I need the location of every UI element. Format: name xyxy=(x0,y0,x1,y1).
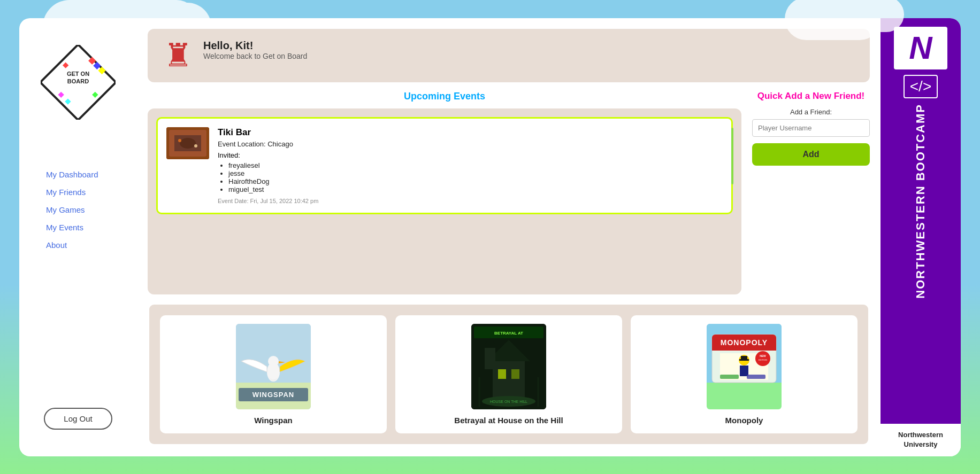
nav-links: My Dashboard My Friends My Games My Even… xyxy=(46,170,98,250)
nu-footer: Northwestern University xyxy=(881,424,961,456)
game-name-betrayal: Betrayal at House on the Hill xyxy=(454,416,563,425)
event-name: Tiki Bar xyxy=(218,127,318,138)
svg-text:GET ON: GET ON xyxy=(67,71,89,77)
app-logo: GET ON BOARD xyxy=(41,45,116,120)
wingspan-image: WINGSPAN xyxy=(236,324,311,409)
event-image xyxy=(166,127,209,159)
svg-text:HOUSE ON THE HILL: HOUSE ON THE HILL xyxy=(490,400,527,403)
list-item: freyaliesel xyxy=(228,161,318,169)
svg-rect-51 xyxy=(747,375,765,379)
chess-rook-icon: ♜ xyxy=(164,40,193,72)
game-card-wingspan: WINGSPAN Wingspan xyxy=(160,315,387,433)
quick-add-section: Quick Add a New Friend! Add a Friend: Ad… xyxy=(752,91,870,294)
svg-text:EDITION: EDITION xyxy=(759,359,767,361)
event-date: Event Date: Fri, Jul 15, 2022 10:42 pm xyxy=(218,198,318,204)
svg-point-15 xyxy=(194,144,197,147)
welcome-greeting: Hello, Kit! xyxy=(203,40,307,52)
events-scroll[interactable]: Tiki Bar Event Location: Chicago Invited… xyxy=(148,108,741,294)
game-card-betrayal: BETRAYAL AT HOUSE ON THE HILL Betrayal a… xyxy=(395,315,622,433)
code-icon: </> xyxy=(904,75,938,98)
games-section: WINGSPAN Wingspan xyxy=(148,303,870,446)
monopoly-image: MONOPOLY NEW EDITION xyxy=(707,324,782,409)
svg-rect-46 xyxy=(739,359,749,361)
scroll-indicator xyxy=(731,128,733,184)
invited-list: freyaliesel jesse HairoftheDog miguel_te… xyxy=(218,161,318,193)
add-friend-label: Add a Friend: xyxy=(790,108,832,116)
nu-letter: N xyxy=(909,29,932,66)
game-card-monopoly: MONOPOLY NEW EDITION xyxy=(631,315,858,433)
nav-my-dashboard[interactable]: My Dashboard xyxy=(46,170,98,179)
nav-about[interactable]: About xyxy=(46,240,98,250)
events-section: Upcoming Events xyxy=(148,91,741,294)
game-name-wingspan: Wingspan xyxy=(254,416,293,425)
svg-rect-28 xyxy=(511,369,519,379)
nav-my-games[interactable]: My Games xyxy=(46,205,98,214)
nu-ad-content[interactable]: N </> NORTHWESTERN BOOTCAMP xyxy=(881,18,961,424)
logout-button[interactable]: Log Out xyxy=(44,408,112,430)
svg-point-14 xyxy=(178,139,181,142)
list-item: jesse xyxy=(228,169,318,177)
event-image-inner xyxy=(166,127,209,159)
quick-add-title: Quick Add a New Friend! xyxy=(757,91,865,102)
welcome-text: Hello, Kit! Welcome back to Get on Board xyxy=(203,40,307,60)
invited-label: Invited: xyxy=(218,151,318,159)
northwestern-ad-sidebar: N </> NORTHWESTERN BOOTCAMP Northwestern… xyxy=(881,18,961,456)
logo-container: GET ON BOARD xyxy=(41,45,116,122)
player-username-input[interactable] xyxy=(752,119,870,137)
add-friend-button[interactable]: Add xyxy=(752,143,870,166)
content-row: Upcoming Events xyxy=(148,91,870,294)
events-title: Upcoming Events xyxy=(148,91,741,102)
event-location: Event Location: Chicago xyxy=(218,140,318,148)
sidebar: GET ON BOARD My Dashboard My Friends My … xyxy=(19,18,137,456)
svg-point-19 xyxy=(268,356,279,367)
nu-logo-box: N xyxy=(894,27,947,69)
svg-text:WINGSPAN: WINGSPAN xyxy=(252,391,295,399)
svg-rect-50 xyxy=(720,375,739,379)
svg-rect-27 xyxy=(498,369,506,379)
svg-rect-25 xyxy=(485,348,495,369)
nu-footer-line2: University xyxy=(885,440,956,449)
svg-point-13 xyxy=(180,138,196,149)
welcome-subtitle: Welcome back to Get on Board xyxy=(203,52,307,60)
nav-my-events[interactable]: My Events xyxy=(46,223,98,232)
svg-text:BOARD: BOARD xyxy=(67,78,89,84)
event-details: Tiki Bar Event Location: Chicago Invited… xyxy=(218,127,318,204)
nu-footer-line1: Northwestern xyxy=(885,430,956,440)
list-item: miguel_test xyxy=(228,185,318,193)
svg-text:MONOPOLY: MONOPOLY xyxy=(721,338,768,347)
nav-my-friends[interactable]: My Friends xyxy=(46,188,98,197)
event-card: Tiki Bar Event Location: Chicago Invited… xyxy=(156,117,733,214)
welcome-section: ♜ Hello, Kit! Welcome back to Get on Boa… xyxy=(148,29,870,82)
list-item: HairoftheDog xyxy=(228,177,318,185)
nu-text-vertical: NORTHWESTERN BOOTCAMP xyxy=(914,104,928,299)
svg-rect-37 xyxy=(707,383,782,409)
betrayal-image: BETRAYAL AT HOUSE ON THE HILL xyxy=(471,324,546,409)
svg-text:BETRAYAL AT: BETRAYAL AT xyxy=(494,331,523,336)
games-grid: WINGSPAN Wingspan xyxy=(160,315,858,433)
game-name-monopoly: Monopoly xyxy=(725,416,763,425)
svg-rect-44 xyxy=(740,366,748,376)
main-content: ♜ Hello, Kit! Welcome back to Get on Boa… xyxy=(137,18,881,456)
svg-text:NEW: NEW xyxy=(760,354,766,358)
